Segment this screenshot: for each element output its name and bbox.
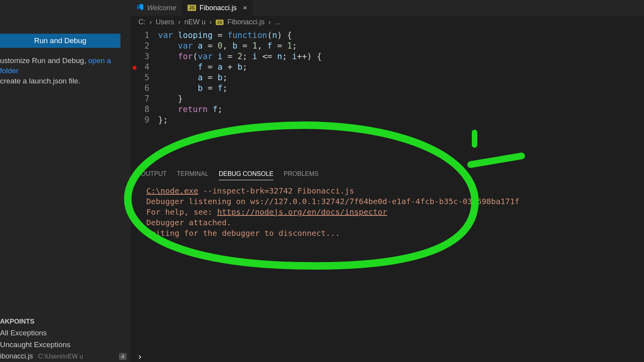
code-line[interactable]: 6 b = f; bbox=[131, 83, 644, 94]
tab-debug-console[interactable]: DEBUG CONSOLE bbox=[219, 170, 274, 180]
line-number: 5 bbox=[138, 72, 158, 83]
chevron-right-icon: › bbox=[149, 18, 152, 26]
code-text[interactable]: for(var i = 2; i <= n; i++) { bbox=[158, 51, 322, 62]
breakpoint-gutter[interactable] bbox=[131, 41, 138, 51]
breakpoints-section: AKPOINTS All Exceptions Uncaught Excepti… bbox=[0, 316, 131, 362]
code-text[interactable]: return f; bbox=[158, 104, 222, 115]
code-text[interactable]: var looping = function(n) { bbox=[158, 30, 292, 41]
breakpoint-dot-icon bbox=[133, 66, 136, 70]
line-number: 6 bbox=[138, 83, 158, 94]
code-line[interactable]: 9}; bbox=[131, 115, 644, 125]
code-editor[interactable]: 1var looping = function(n) {2 var a = 0,… bbox=[131, 29, 644, 125]
editor-area: Welcome JS Fibonacci.js × C: › Users › n… bbox=[131, 0, 644, 362]
breakpoint-gutter[interactable] bbox=[131, 51, 138, 62]
console-help-link[interactable]: https://nodejs.org/en/docs/inspector bbox=[217, 207, 387, 217]
tab-output[interactable]: OUTPUT bbox=[141, 170, 167, 180]
tab-terminal[interactable]: TERMINAL bbox=[177, 170, 209, 180]
chevron-right-icon: › bbox=[209, 18, 212, 26]
code-text[interactable]: var a = 0, b = 1, f = 1; bbox=[158, 41, 297, 51]
chevron-right-icon: › bbox=[178, 18, 180, 26]
breakpoint-file-item[interactable]: ibonacci.js C:\Users\nEW u 4 bbox=[0, 351, 131, 362]
breakpoint-gutter[interactable] bbox=[131, 94, 138, 104]
console-exe-link[interactable]: C:\node.exe bbox=[146, 186, 198, 195]
debug-sidebar: Run and Debug ustomize Run and Debug, op… bbox=[0, 0, 131, 362]
code-line[interactable]: 7 } bbox=[131, 94, 644, 104]
code-text[interactable]: b = f; bbox=[158, 83, 227, 94]
breakpoint-line-badge: 4 bbox=[119, 353, 127, 360]
debug-repl-prompt-icon[interactable]: › bbox=[131, 352, 149, 362]
breakpoint-gutter[interactable] bbox=[131, 72, 138, 83]
code-text[interactable]: } bbox=[158, 94, 183, 104]
code-text[interactable]: f = a + b; bbox=[158, 62, 247, 72]
breakpoints-header[interactable]: AKPOINTS bbox=[0, 316, 131, 327]
code-line[interactable]: 5 a = b; bbox=[131, 72, 644, 83]
code-line[interactable]: 4 f = a + b; bbox=[131, 62, 644, 72]
line-number: 9 bbox=[138, 115, 158, 125]
chevron-right-icon: › bbox=[269, 18, 271, 26]
bottom-panel: OUTPUT TERMINAL DEBUG CONSOLE PROBLEMS C… bbox=[131, 167, 644, 362]
close-icon[interactable]: × bbox=[243, 4, 247, 12]
code-line[interactable]: 1var looping = function(n) { bbox=[131, 30, 644, 41]
sidebar-description: ustomize Run and Debug, open a folder cr… bbox=[0, 56, 131, 86]
run-and-debug-button[interactable]: Run and Debug bbox=[0, 34, 120, 48]
panel-tabs: OUTPUT TERMINAL DEBUG CONSOLE PROBLEMS bbox=[131, 167, 644, 184]
breadcrumb[interactable]: C: › Users › nEW u › JS Fibonacci.js › .… bbox=[131, 16, 644, 29]
code-line[interactable]: 2 var a = 0, b = 1, f = 1; bbox=[131, 41, 644, 51]
line-number: 7 bbox=[138, 94, 158, 104]
vscode-icon bbox=[136, 3, 144, 13]
line-number: 3 bbox=[138, 51, 158, 62]
line-number: 2 bbox=[138, 41, 158, 51]
tab-fibonacci[interactable]: JS Fibonacci.js × bbox=[182, 0, 253, 16]
breakpoint-gutter[interactable] bbox=[131, 30, 138, 41]
debug-console-output[interactable]: C:\node.exe --inspect-brk=32742 Fibonacc… bbox=[131, 184, 644, 240]
js-file-icon: JS bbox=[216, 20, 223, 25]
js-file-icon: JS bbox=[187, 5, 196, 11]
code-text[interactable]: }; bbox=[158, 115, 168, 125]
tab-welcome[interactable]: Welcome bbox=[131, 0, 182, 16]
breakpoint-all-exceptions[interactable]: All Exceptions bbox=[0, 327, 131, 339]
line-number: 1 bbox=[138, 30, 158, 41]
breakpoint-gutter[interactable] bbox=[131, 62, 138, 72]
code-text[interactable]: a = b; bbox=[158, 72, 227, 83]
editor-tabs: Welcome JS Fibonacci.js × bbox=[131, 0, 644, 16]
line-number: 4 bbox=[138, 62, 158, 72]
breakpoint-gutter[interactable] bbox=[131, 83, 138, 94]
breakpoint-gutter[interactable] bbox=[131, 104, 138, 115]
code-line[interactable]: 8 return f; bbox=[131, 104, 644, 115]
breakpoint-gutter[interactable] bbox=[131, 115, 138, 125]
breakpoint-uncaught-exceptions[interactable]: Uncaught Exceptions bbox=[0, 339, 131, 351]
code-line[interactable]: 3 for(var i = 2; i <= n; i++) { bbox=[131, 51, 644, 62]
tab-problems[interactable]: PROBLEMS bbox=[284, 170, 318, 180]
line-number: 8 bbox=[138, 104, 158, 115]
